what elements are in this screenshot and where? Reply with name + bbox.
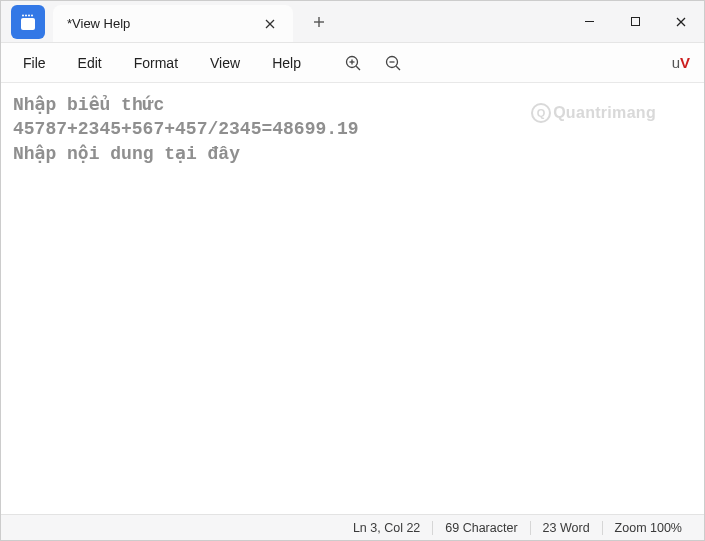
watermark-text: Quantrimang	[553, 104, 656, 122]
line-3: Nhập nội dung tại đây	[13, 144, 240, 164]
menu-help[interactable]: Help	[258, 49, 315, 77]
editor-area[interactable]: Nhập biểu thức 45787+2345+567+457/2345=4…	[1, 83, 704, 514]
tab-title: *View Help	[67, 16, 247, 31]
menubar: File Edit Format View Help uV	[1, 43, 704, 83]
menubar-right: uV	[672, 54, 696, 71]
watermark-icon: Q	[531, 103, 551, 123]
svg-rect-1	[21, 18, 35, 30]
status-zoom[interactable]: Zoom 100%	[602, 521, 694, 535]
menu-view[interactable]: View	[196, 49, 254, 77]
status-ln-col: Ln 3, Col 22	[341, 521, 432, 535]
svg-line-15	[356, 66, 360, 70]
tab[interactable]: *View Help	[53, 5, 293, 42]
menu-file[interactable]: File	[9, 49, 60, 77]
svg-point-4	[28, 15, 30, 17]
watermark: QQuantrimang	[531, 103, 656, 123]
svg-point-5	[31, 15, 33, 17]
line-2: 45787+2345+567+457/2345=48699.19	[13, 119, 359, 139]
svg-rect-11	[631, 18, 639, 26]
maximize-button[interactable]	[612, 1, 658, 43]
svg-point-2	[22, 15, 24, 17]
new-tab-button[interactable]	[301, 1, 337, 42]
menu-format[interactable]: Format	[120, 49, 192, 77]
svg-line-19	[396, 66, 400, 70]
line-1: Nhập biểu thức	[13, 95, 164, 115]
minimize-button[interactable]	[566, 1, 612, 43]
titlebar-spacer	[337, 1, 566, 42]
menu-edit[interactable]: Edit	[64, 49, 116, 77]
zoom-in-icon[interactable]	[335, 47, 371, 79]
brand-mark: uV	[672, 54, 690, 71]
close-window-button[interactable]	[658, 1, 704, 43]
zoom-out-icon[interactable]	[375, 47, 411, 79]
status-characters: 69 Character	[432, 521, 529, 535]
window-controls	[566, 1, 704, 42]
close-tab-icon[interactable]	[257, 11, 283, 37]
statusbar: Ln 3, Col 22 69 Character 23 Word Zoom 1…	[1, 514, 704, 540]
titlebar: *View Help	[1, 1, 704, 43]
svg-point-3	[25, 15, 27, 17]
status-words: 23 Word	[530, 521, 602, 535]
app-icon	[11, 5, 45, 39]
